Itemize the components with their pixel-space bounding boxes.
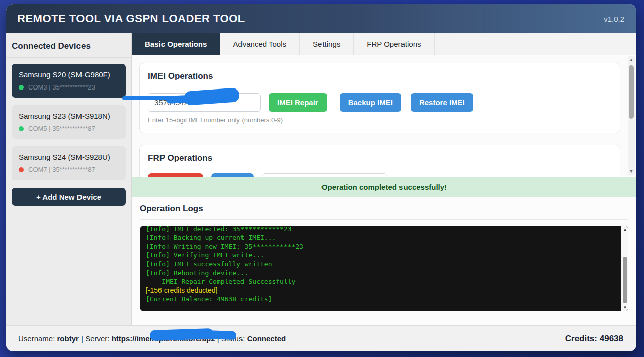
backup-imei-button[interactable]: Backup IMEI — [340, 93, 401, 112]
credits-value: 49638 — [600, 334, 623, 343]
success-notification: Operation completed successfully! — [132, 177, 636, 197]
log-line-balance: [Current Balance: 49638 credits] — [146, 295, 615, 303]
device-detail-text: COM3 | 35***********23 — [28, 83, 95, 91]
tabbar: Basic Operations Advanced Tools Settings… — [132, 33, 636, 55]
operation-logs-section: Operation Logs [Info] IMEI detected: 35*… — [132, 197, 636, 325]
separator: | — [81, 334, 83, 343]
imei-operations-title: IMEI Operations — [148, 71, 612, 87]
imei-repair-button[interactable]: IMEI Repair — [269, 93, 327, 112]
log-terminal: [Info] IMEI detected: 35***********23 [I… — [140, 226, 628, 311]
content-scrollbar[interactable]: ▲ ▼ — [628, 56, 635, 175]
log-line: [Info] Backing up current IMEI... — [146, 233, 615, 242]
status-value: Connected — [247, 334, 286, 343]
sidebar-heading: Connected Devices — [6, 33, 131, 58]
terminal-scrollbar[interactable]: ▲ ▼ — [621, 226, 628, 311]
frp-operations-card: FRP Operations — [139, 145, 620, 177]
scrollbar-thumb[interactable] — [623, 257, 627, 303]
frp-input[interactable] — [262, 173, 387, 177]
username-label: Username: — [18, 334, 55, 343]
log-line: --- IMEI Repair Completed Successfully -… — [146, 277, 615, 286]
tab-advanced-tools[interactable]: Advanced Tools — [220, 33, 300, 55]
credits-label: Credits: — [565, 334, 597, 343]
log-line: [Info] Writing new IMEI: 35***********23 — [146, 242, 615, 251]
frp-blue-button[interactable] — [211, 173, 254, 177]
tab-frp-operations[interactable]: FRP Operations — [354, 33, 434, 55]
status-dot-offline — [19, 167, 24, 172]
scroll-up-arrow-icon[interactable]: ▲ — [621, 227, 628, 232]
device-card-samsung-s23[interactable]: Samsung S23 (SM-S918N) COM5 | 35********… — [12, 105, 126, 139]
tab-basic-operations[interactable]: Basic Operations — [132, 33, 220, 55]
restore-imei-button[interactable]: Restore IMEI — [411, 93, 473, 112]
device-name: Samsung S24 (SM-S928U) — [19, 153, 119, 161]
device-list: Samsung S20 (SM-G980F) COM3 | 35********… — [6, 58, 131, 188]
operation-logs-title: Operation Logs — [140, 204, 628, 220]
scroll-down-arrow-icon[interactable]: ▼ — [621, 305, 628, 310]
server-label: Server: — [85, 334, 109, 343]
scroll-down-arrow-icon[interactable]: ▼ — [628, 169, 635, 174]
add-new-device-button[interactable]: + Add New Device — [12, 188, 126, 206]
device-detail-text: COM7 | 35***********87 — [28, 166, 95, 173]
operations-scroll-region: IMEI Operations IMEI Repair Backup IMEI … — [132, 55, 636, 177]
device-name: Samsung S20 (SM-G980F) — [19, 70, 119, 79]
connected-devices-sidebar: Connected Devices Samsung S20 (SM-G980F)… — [6, 33, 132, 325]
redaction-scribble-server — [205, 330, 237, 340]
device-card-samsung-s20[interactable]: Samsung S20 (SM-G980F) COM3 | 35********… — [12, 64, 126, 98]
app-title: REMOTE TOOL VIA GSPN LOADER TOOL — [17, 12, 245, 25]
redaction-scribble-server — [150, 328, 214, 341]
log-line-credits-deducted: [-156 credits deducted] — [146, 286, 615, 295]
app-header: REMOTE TOOL VIA GSPN LOADER TOOL v1.0.2 — [6, 4, 636, 33]
log-line: [Info] Verifying IMEI write... — [146, 251, 615, 259]
device-detail-text: COM5 | 35***********87 — [28, 125, 95, 132]
status-dot-online — [19, 85, 24, 90]
device-name: Samsung S23 (SM-S918N) — [19, 112, 119, 120]
imei-helper-text: Enter 15-digit IMEI number only (numbers… — [148, 116, 612, 124]
app-window: REMOTE TOOL VIA GSPN LOADER TOOL v1.0.2 … — [6, 4, 636, 351]
log-line: [Info] IMEI successfully written — [146, 260, 615, 269]
scrollbar-thumb[interactable] — [629, 65, 634, 119]
username-value: robtyr — [57, 334, 79, 343]
frp-operations-title: FRP Operations — [148, 153, 612, 169]
scroll-up-arrow-icon[interactable]: ▲ — [628, 57, 635, 62]
frp-red-button[interactable] — [148, 173, 203, 177]
log-line: [Info] IMEI detected: 35***********23 — [146, 226, 615, 233]
device-card-samsung-s24[interactable]: Samsung S24 (SM-S928U) COM7 | 35********… — [12, 146, 126, 180]
tab-settings[interactable]: Settings — [300, 33, 354, 55]
status-bar: Username: robtyr | Server: https://imeir… — [6, 325, 636, 351]
app-version: v1.0.2 — [604, 15, 624, 23]
credits-display: Credits: 49638 — [565, 334, 623, 344]
status-dot-online — [19, 126, 24, 131]
log-line: [Info] Rebooting device... — [146, 269, 615, 277]
